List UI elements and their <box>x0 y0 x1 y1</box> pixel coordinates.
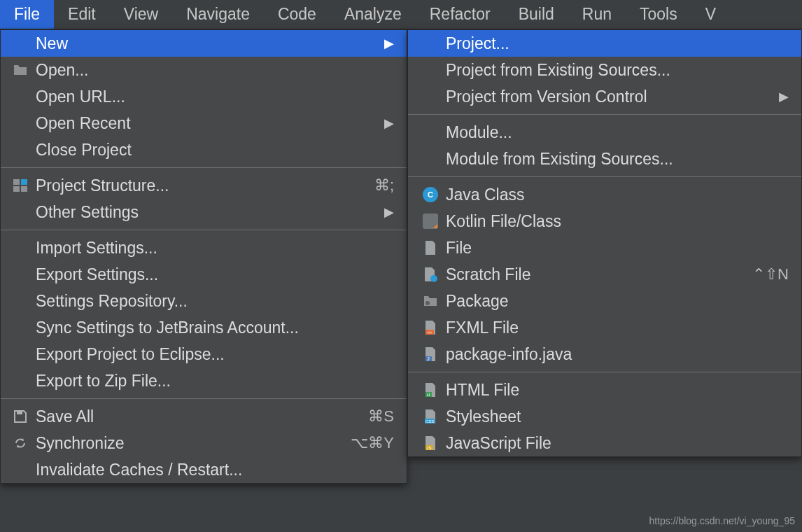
separator <box>408 114 801 115</box>
separator <box>408 372 801 372</box>
kotlin-icon <box>422 213 439 230</box>
new-project-existing[interactable]: Project from Existing Sources... <box>408 57 801 83</box>
new-stylesheet[interactable]: CSS Stylesheet <box>408 403 801 430</box>
java-file-icon: J <box>422 346 439 363</box>
new-project[interactable]: Project... <box>408 30 801 57</box>
file-close-project[interactable]: Close Project <box>1 136 407 163</box>
scratch-icon <box>422 266 439 283</box>
file-export-settings-label: Export Settings... <box>36 265 394 284</box>
svg-text:H: H <box>427 393 430 397</box>
shortcut-label: ⌘; <box>374 176 394 195</box>
js-icon: JS <box>422 435 439 451</box>
new-fxml-label: FXML File <box>446 318 789 337</box>
file-save-all-label: Save All <box>36 407 360 426</box>
new-fxml[interactable]: <> FXML File <box>408 314 801 341</box>
file-project-structure[interactable]: Project Structure... ⌘; <box>1 172 407 199</box>
file-other-settings[interactable]: Other Settings ▶ <box>1 199 407 225</box>
java-class-icon: C <box>422 186 439 203</box>
file-open-recent-label: Open Recent <box>36 114 376 133</box>
package-icon <box>422 293 439 309</box>
menu-tools[interactable]: Tools <box>626 0 691 29</box>
save-icon <box>12 408 29 425</box>
file-export-eclipse-label: Export Project to Eclipse... <box>36 345 394 364</box>
new-project-existing-label: Project from Existing Sources... <box>446 61 789 80</box>
new-package[interactable]: Package <box>408 288 801 314</box>
menu-refactor[interactable]: Refactor <box>416 0 505 29</box>
new-project-vcs[interactable]: Project from Version Control ▶ <box>408 83 801 110</box>
new-java-class-label: Java Class <box>446 186 789 204</box>
menu-analyze[interactable]: Analyze <box>330 0 416 29</box>
file-open-url[interactable]: Open URL... <box>1 83 407 110</box>
svg-rect-1 <box>21 179 27 185</box>
file-icon <box>422 239 439 256</box>
sync-icon <box>12 435 29 451</box>
menu-file[interactable]: File <box>0 0 54 29</box>
submenu-arrow-icon: ▶ <box>384 36 394 51</box>
file-settings-repo-label: Settings Repository... <box>36 292 394 311</box>
menu-view[interactable]: View <box>110 0 172 29</box>
submenu-arrow-icon: ▶ <box>384 204 394 220</box>
file-open[interactable]: Open... <box>1 57 407 83</box>
new-module-existing[interactable]: Module from Existing Sources... <box>408 146 801 172</box>
file-invalidate-label: Invalidate Caches / Restart... <box>36 461 394 479</box>
new-module-label: Module... <box>446 123 789 142</box>
new-pkginfo-label: package-info.java <box>446 345 789 364</box>
file-synchronize-label: Synchronize <box>36 434 342 453</box>
file-synchronize[interactable]: Synchronize ⌥⌘Y <box>1 430 407 456</box>
new-module-existing-label: Module from Existing Sources... <box>446 150 789 169</box>
file-open-recent[interactable]: Open Recent ▶ <box>1 110 407 136</box>
menu-navigate[interactable]: Navigate <box>172 0 264 29</box>
structure-icon <box>12 177 29 194</box>
new-kotlin[interactable]: Kotlin File/Class <box>408 208 801 234</box>
menu-truncated[interactable]: V <box>691 0 730 29</box>
menu-edit[interactable]: Edit <box>54 0 110 29</box>
menu-run[interactable]: Run <box>568 0 626 29</box>
new-project-label: Project... <box>446 34 789 53</box>
file-settings-repo[interactable]: Settings Repository... <box>1 288 407 314</box>
separator <box>408 176 801 177</box>
file-import-settings[interactable]: Import Settings... <box>1 234 407 261</box>
file-export-settings[interactable]: Export Settings... <box>1 261 407 288</box>
submenu-arrow-icon: ▶ <box>779 89 789 104</box>
file-open-label: Open... <box>36 61 394 80</box>
file-sync-jetbrains[interactable]: Sync Settings to JetBrains Account... <box>1 314 407 341</box>
file-dropdown: New ▶ Open... Open URL... Open Recent ▶ … <box>0 29 407 484</box>
new-project-vcs-label: Project from Version Control <box>446 88 771 106</box>
file-export-eclipse[interactable]: Export Project to Eclipse... <box>1 341 407 368</box>
shortcut-label: ⌃⇧N <box>752 265 789 284</box>
svg-text:J: J <box>427 356 430 361</box>
new-module[interactable]: Module... <box>408 119 801 146</box>
css-icon: CSS <box>422 408 439 425</box>
svg-text:CSS: CSS <box>425 419 434 424</box>
file-export-zip-label: Export to Zip File... <box>36 372 394 391</box>
file-export-zip[interactable]: Export to Zip File... <box>1 368 407 394</box>
file-other-settings-label: Other Settings <box>36 203 376 222</box>
file-save-all[interactable]: Save All ⌘S <box>1 403 407 430</box>
new-java-class[interactable]: C Java Class <box>408 181 801 208</box>
new-file[interactable]: File <box>408 234 801 261</box>
svg-text:JS: JS <box>426 446 431 450</box>
shortcut-label: ⌘S <box>368 407 394 426</box>
new-scratch-label: Scratch File <box>446 265 744 284</box>
new-pkginfo[interactable]: J package-info.java <box>408 341 801 368</box>
new-scratch[interactable]: Scratch File ⌃⇧N <box>408 261 801 288</box>
folder-icon <box>12 62 29 78</box>
menu-code[interactable]: Code <box>264 0 330 29</box>
file-open-url-label: Open URL... <box>36 88 394 106</box>
file-invalidate[interactable]: Invalidate Caches / Restart... <box>1 456 407 483</box>
menu-build[interactable]: Build <box>505 0 568 29</box>
new-dropdown: Project... Project from Existing Sources… <box>407 29 802 457</box>
new-html[interactable]: H HTML File <box>408 377 801 403</box>
watermark: https://blog.csdn.net/vi_young_95 <box>649 515 795 526</box>
new-js-label: JavaScript File <box>446 434 789 453</box>
file-project-structure-label: Project Structure... <box>36 176 366 195</box>
separator <box>1 398 407 399</box>
file-new[interactable]: New ▶ <box>1 30 407 57</box>
separator <box>1 167 407 168</box>
new-js[interactable]: JS JavaScript File <box>408 430 801 456</box>
new-file-label: File <box>446 239 789 258</box>
separator <box>1 230 407 230</box>
html-icon: H <box>422 382 439 398</box>
svg-rect-4 <box>17 411 22 414</box>
svg-point-5 <box>430 275 437 282</box>
